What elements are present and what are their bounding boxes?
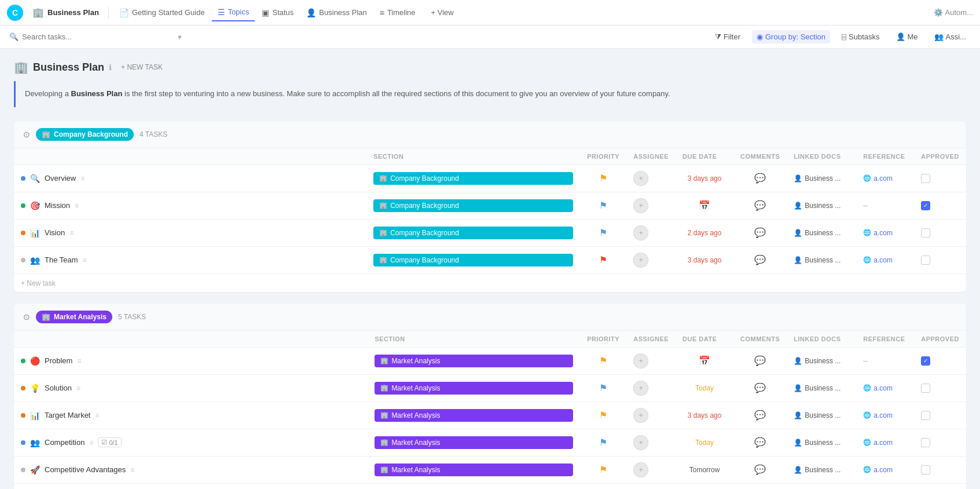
comment-icon-the-team[interactable]: 💬 [754,255,766,265]
comment-icon-solution[interactable]: 💬 [754,383,766,393]
approved-checkbox-solution[interactable] [921,384,930,393]
comment-icon-mission[interactable]: 💬 [754,200,766,210]
task-name-problem[interactable]: Problem [45,356,72,365]
task-menu-icon[interactable]: ≡ [95,411,99,419]
priority-flag-competition[interactable]: ⚑ [599,437,607,447]
dropdown-icon[interactable]: ▼ [177,34,183,41]
linked-doc-solution[interactable]: 👤 Business ... [794,384,849,392]
task-menu-icon[interactable]: ≡ [76,384,80,392]
section-pill-target-market[interactable]: 🏢 Market Analysis [375,409,573,422]
linked-doc-overview[interactable]: 👤 Business ... [794,174,849,183]
search-input[interactable] [22,32,173,41]
subtask-badge[interactable]: ☑0/1 [98,437,121,447]
approved-checkbox-target-market[interactable] [921,411,930,420]
approved-checkbox-vision[interactable] [921,228,930,238]
priority-flag-overview[interactable]: ⚑ [599,173,607,183]
task-name-competitive-advantages[interactable]: Competitive Advantages [45,465,126,474]
priority-flag-solution[interactable]: ⚑ [599,383,607,393]
comment-icon-target-market[interactable]: 💬 [754,410,766,420]
reference-link-the-team[interactable]: 🌐 a.com [863,256,907,264]
comment-icon-competition[interactable]: 💬 [754,437,766,447]
task-menu-icon[interactable]: ≡ [89,439,93,447]
assignee-avatar-mission[interactable]: + [633,198,648,213]
linked-doc-competition[interactable]: 👤 Business ... [794,439,849,447]
section-pill-competition[interactable]: 🏢 Market Analysis [375,436,573,449]
me-button[interactable]: 👤 Me [891,30,923,43]
task-name-overview[interactable]: Overview [45,174,76,183]
assignee-avatar-target-market[interactable]: + [633,408,648,423]
new-task-button[interactable]: + NEW TASK [116,61,167,73]
comment-icon-vision[interactable]: 💬 [754,228,766,238]
approved-checkbox-mission[interactable]: ✓ [921,201,930,210]
reference-link-solution[interactable]: 🌐 a.com [863,384,907,392]
task-name-solution[interactable]: Solution [45,384,72,392]
section-badge-company-background[interactable]: 🏢 Company Background [36,128,134,141]
workspace-name[interactable]: 🏢 Business Plan [28,5,104,20]
assignee-avatar-the-team[interactable]: + [633,253,648,268]
assignee-avatar-solution[interactable]: + [633,381,648,396]
reference-link-vision[interactable]: 🌐 a.com [863,229,907,237]
linked-doc-target-market[interactable]: 👤 Business ... [794,411,849,419]
reference-link-competition[interactable]: 🌐 a.com [863,439,907,447]
linked-doc-competitive-advantages[interactable]: 👤 Business ... [794,466,849,474]
reference-link-competitive-advantages[interactable]: 🌐 a.com [863,466,907,474]
linked-doc-mission[interactable]: 👤 Business ... [794,202,849,210]
assignees-button[interactable]: 👥 Assi... [930,30,971,43]
priority-flag-problem[interactable]: ⚑ [599,356,607,366]
assignee-avatar-problem[interactable]: + [633,353,648,368]
collapse-button-market-analysis[interactable]: ⊙ [23,312,30,322]
assignee-avatar-overview[interactable]: + [633,171,648,186]
subtasks-button[interactable]: ⌸ Subtasks [837,30,884,43]
task-name-mission[interactable]: Mission [45,201,70,210]
comment-icon-problem[interactable]: 💬 [754,356,766,366]
task-menu-icon[interactable]: ≡ [69,229,74,237]
priority-flag-the-team[interactable]: ⚑ [599,255,607,265]
priority-flag-mission[interactable]: ⚑ [599,200,607,210]
nav-tab-status[interactable]: ▣Status [256,5,299,21]
section-pill-vision[interactable]: 🏢 Company Background [373,227,573,239]
assignee-avatar-vision[interactable]: + [633,225,648,240]
priority-flag-target-market[interactable]: ⚑ [599,410,607,420]
linked-doc-vision[interactable]: 👤 Business ... [794,229,849,237]
task-menu-icon[interactable]: ≡ [75,202,79,210]
approved-checkbox-competition[interactable] [921,438,930,447]
task-menu-icon[interactable]: ≡ [80,174,85,183]
section-pill-competitive-advantages[interactable]: 🏢 Market Analysis [375,464,573,476]
task-name-competition[interactable]: Competition [45,438,85,447]
assignee-avatar-competition[interactable]: + [633,435,648,450]
reference-link-target-market[interactable]: 🌐 a.com [863,411,907,419]
filter-button[interactable]: ⧩ Filter [710,30,745,44]
task-name-target-market[interactable]: Target Market [45,411,90,419]
reference-link-overview[interactable]: 🌐 a.com [863,174,907,183]
linked-doc-the-team[interactable]: 👤 Business ... [794,256,849,264]
comment-icon-overview[interactable]: 💬 [754,173,766,183]
linked-doc-problem[interactable]: 👤 Business ... [794,357,849,365]
collapse-button-company-background[interactable]: ⊙ [23,130,30,139]
assignee-avatar-competitive-advantages[interactable]: + [633,462,648,477]
priority-flag-competitive-advantages[interactable]: ⚑ [599,465,607,475]
approved-checkbox-overview[interactable] [921,174,930,183]
comment-icon-competitive-advantages[interactable]: 💬 [754,465,766,475]
approved-checkbox-the-team[interactable] [921,256,930,265]
group-by-button[interactable]: ◉ Group by: Section [752,30,830,43]
approved-checkbox-problem[interactable]: ✓ [921,356,930,366]
section-pill-problem[interactable]: 🏢 Market Analysis [375,355,573,367]
task-menu-icon[interactable]: ≡ [83,256,87,264]
section-pill-solution[interactable]: 🏢 Market Analysis [375,382,573,395]
section-pill-the-team[interactable]: 🏢 Company Background [373,254,573,267]
approved-checkbox-competitive-advantages[interactable] [921,465,930,475]
info-icon[interactable]: ℹ [109,63,112,72]
priority-flag-vision[interactable]: ⚑ [599,228,607,238]
nav-tab-view[interactable]: + View [423,5,460,20]
automate-button[interactable]: ⚙️ Autom... [934,8,973,17]
task-menu-icon[interactable]: ≡ [77,357,81,365]
new-task-link-company-background[interactable]: + New task [21,279,56,287]
task-name-vision[interactable]: Vision [45,228,65,237]
nav-tab-getting-started[interactable]: 📄Getting Started Guide [113,5,211,21]
search-field[interactable]: 🔍 ▼ [9,32,183,41]
task-name-the-team[interactable]: The Team [45,256,78,264]
task-menu-icon[interactable]: ≡ [130,466,134,474]
section-badge-market-analysis[interactable]: 🏢 Market Analysis [36,311,112,323]
nav-tab-topics[interactable]: ☰Topics [212,4,255,21]
section-pill-mission[interactable]: 🏢 Company Background [373,199,573,212]
